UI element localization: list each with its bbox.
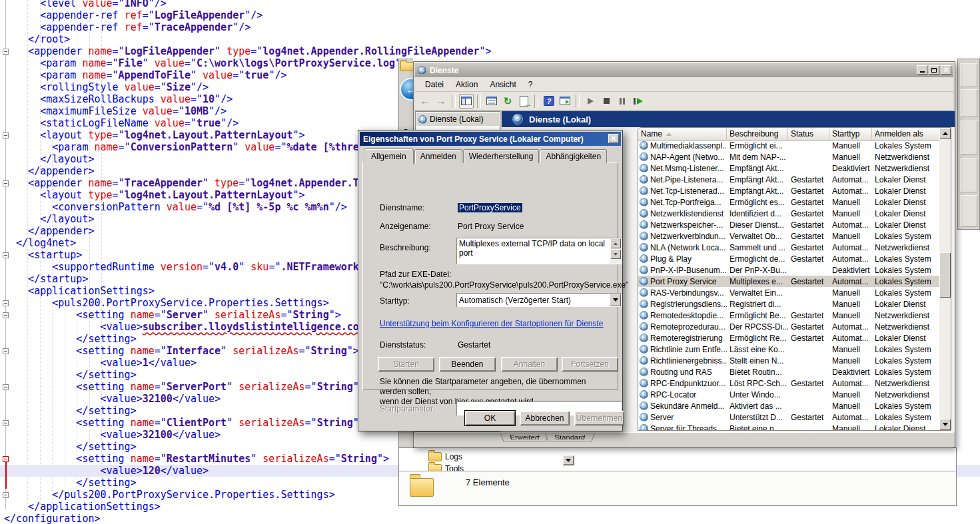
fortsetzen-button[interactable]: Fortsetzen xyxy=(562,357,618,372)
explorer-file-item[interactable]: Logs xyxy=(428,452,462,461)
service-row[interactable]: Server für Threads...Bietet eine n...Man… xyxy=(638,423,939,431)
dienstname-value[interactable]: PortProxyService xyxy=(458,203,522,212)
fold-toggle-icon-changed[interactable]: − xyxy=(3,456,9,462)
fold-toggle-icon[interactable]: − xyxy=(3,312,9,318)
back-navigation-button[interactable] xyxy=(400,78,413,101)
service-row[interactable]: Netzwerkverbindun...Verwaltet Ob...Gesta… xyxy=(638,230,939,242)
help-icon[interactable] xyxy=(542,94,556,109)
fold-toggle-icon[interactable]: − xyxy=(3,492,9,498)
service-row[interactable]: Registrierungsdiens...Registriert di...M… xyxy=(638,298,939,310)
tree-item-dienste-lokal[interactable]: Dienste (Lokal) xyxy=(416,113,499,126)
uebernehmen-button[interactable]: Übernehmen xyxy=(574,411,624,425)
scroll-down-button[interactable] xyxy=(939,419,951,430)
beschreibung-textbox[interactable]: Multiplexes external TCP/IP data on loca… xyxy=(456,238,622,264)
restart-icon[interactable] xyxy=(631,94,646,109)
anhalten-button[interactable]: Anhalten xyxy=(501,357,558,372)
service-row[interactable]: NetzwerklistendienstIdentifiziert d...Ge… xyxy=(638,208,939,219)
menu-item-?[interactable]: ? xyxy=(522,80,539,89)
fold-toggle-icon[interactable]: − xyxy=(3,180,9,186)
service-row[interactable]: Net.Tcp-Portfreiga...Ermöglicht es...Ges… xyxy=(638,196,939,208)
play-icon[interactable] xyxy=(583,94,598,109)
fold-toggle-icon[interactable]: − xyxy=(3,300,9,306)
dialog-close-button[interactable] xyxy=(608,134,619,143)
export-list-icon[interactable] xyxy=(516,94,531,109)
column-header-beschreibung[interactable]: Beschreibung xyxy=(727,128,788,140)
service-row[interactable]: Port Proxy ServiceMultiplexes e...Gestar… xyxy=(638,276,939,287)
services-window-titlebar[interactable]: Dienste xyxy=(415,63,953,77)
properties-icon[interactable] xyxy=(484,94,499,109)
fold-toggle-icon[interactable]: − xyxy=(3,420,9,426)
service-name: Sekundäre Anmeld... xyxy=(650,401,724,411)
starttyp-dropdown[interactable]: Automatisch (Verzögerter Start) xyxy=(456,293,622,307)
fold-toggle-icon[interactable]: − xyxy=(3,384,9,390)
show-tree-icon[interactable] xyxy=(459,94,474,109)
service-row[interactable]: Richtlinienergebniss...Stellt einen N...… xyxy=(638,355,939,366)
textbox-scrollbar[interactable] xyxy=(610,238,621,264)
code-line[interactable]: </configuration> xyxy=(0,513,980,524)
stop-icon[interactable] xyxy=(599,94,614,109)
scroll-up-button[interactable] xyxy=(939,128,951,139)
service-row[interactable]: Net.Tcp-Listenerad...Empfängt Akt...Gest… xyxy=(638,185,939,196)
service-row[interactable]: Plug & PlayErmöglicht de...GestartetAuto… xyxy=(638,253,939,264)
service-row[interactable]: PnP-X-IP-Busenum...Der PnP-X-Bu...Deakti… xyxy=(638,264,939,276)
ok-button[interactable]: OK xyxy=(465,411,515,425)
service-row[interactable]: Routing und RASBietet Routin...Deaktivie… xyxy=(638,366,939,378)
menu-item-datei[interactable]: Datei xyxy=(419,80,450,89)
column-header-status[interactable]: Status xyxy=(788,128,829,140)
service-row[interactable]: RAS-Verbindungsv...Verwaltet Ein...Manue… xyxy=(638,287,939,298)
pause-icon[interactable] xyxy=(615,94,630,109)
maximize-button[interactable] xyxy=(929,65,939,75)
back-icon[interactable] xyxy=(418,94,432,109)
menu-item-ansicht[interactable]: Ansicht xyxy=(484,80,522,89)
service-row[interactable]: Net.Pipe-Listenera...Empfängt Akt...Gest… xyxy=(638,174,939,185)
close-button[interactable] xyxy=(941,65,951,75)
fold-toggle-icon[interactable]: − xyxy=(3,132,9,138)
service-row[interactable]: Richtlinie zum Entfe...Lässt eine Ko...M… xyxy=(638,344,939,355)
starten-button[interactable]: Starten xyxy=(378,357,434,372)
scrollbar-thumb[interactable] xyxy=(939,252,951,298)
refresh-icon[interactable] xyxy=(500,94,515,109)
code-line[interactable]: <appender-ref ref="LogFileAppender"/> xyxy=(0,9,980,21)
service-row[interactable]: NLA (Network Loca...Sammelt und ...Gesta… xyxy=(638,242,939,253)
dialog-tab-abhngigkeiten[interactable]: Abhängigkeiten xyxy=(540,149,607,163)
service-row[interactable]: RPC-Endpunktzuor...Löst RPC-Sch...Gestar… xyxy=(638,378,939,389)
column-header-anmeldenals[interactable]: Anmelden als xyxy=(872,128,945,140)
service-row[interactable]: Sekundäre Anmeld...Aktiviert das ...Manu… xyxy=(638,400,939,411)
scroll-down-button[interactable] xyxy=(610,249,621,259)
code-line[interactable]: <appender name="LogFileAppender" type="l… xyxy=(0,45,980,57)
service-row[interactable]: RPC-LocatorUnter Windo...ManuellNetzwerk… xyxy=(638,389,939,400)
code-line[interactable]: <appender-ref ref="TraceAppender"/> xyxy=(0,21,980,33)
extended-view-icon[interactable] xyxy=(558,94,572,109)
forward-icon[interactable] xyxy=(434,94,448,109)
service-row[interactable]: NAP-Agent (Netwo...Mit dem NAP-...Manuel… xyxy=(638,151,939,162)
fold-toggle-icon[interactable]: − xyxy=(3,49,9,55)
menu-item-aktion[interactable]: Aktion xyxy=(450,80,484,89)
code-line[interactable]: <level value="INFO"/> xyxy=(0,0,980,9)
dialog-titlebar[interactable]: Eigenschaften von Port Proxy Service (Lo… xyxy=(360,132,621,146)
service-row[interactable]: Remoteprozedurau...Der RPCSS-Di...Gestar… xyxy=(638,321,939,332)
service-row[interactable]: ServerUnterstützt D...GestartetAutomat..… xyxy=(638,411,939,423)
vertical-scrollbar[interactable] xyxy=(939,128,951,430)
dialog-tab-allgemein[interactable]: Allgemein xyxy=(364,148,414,164)
fold-toggle-icon[interactable]: − xyxy=(3,252,9,258)
service-row[interactable]: Net.Msmq-Listener...Empfängt Akt...Deakt… xyxy=(638,162,939,174)
dropdown-arrow-button[interactable] xyxy=(562,455,574,465)
column-header-starttyp[interactable]: Starttyp xyxy=(829,128,872,140)
view-tab-standard[interactable]: Standard xyxy=(545,433,595,442)
view-tab-erweitert[interactable]: Erweitert xyxy=(500,433,549,442)
beenden-button[interactable]: Beenden xyxy=(439,357,496,372)
dialog-tab-wiederherstellung[interactable]: Wiederherstellung xyxy=(463,149,540,163)
fold-toggle-icon[interactable]: − xyxy=(3,348,9,354)
scroll-up-button[interactable] xyxy=(610,238,621,248)
abbrechen-button[interactable]: Abbrechen xyxy=(520,411,570,425)
service-row[interactable]: Multimediaklassenpl...Ermöglicht ei...Ma… xyxy=(638,140,939,151)
column-header-name[interactable]: Name xyxy=(638,128,727,140)
minimize-button[interactable] xyxy=(917,65,927,75)
dialog-tab-anmelden[interactable]: Anmelden xyxy=(414,149,462,163)
startoptions-help-link[interactable]: Unterstützung beim Konfigurieren der Sta… xyxy=(380,319,604,328)
service-row[interactable]: RemoteregistrierungErmöglicht Re...Gesta… xyxy=(638,332,939,344)
code-line[interactable]: </root> xyxy=(0,33,980,45)
service-row[interactable]: Netzwerkspeicher-...Dieser Dienst...Gest… xyxy=(638,219,939,230)
service-row[interactable]: Remotedesktopdie...Ermöglicht Be...Gesta… xyxy=(638,310,939,321)
dropdown-button[interactable] xyxy=(610,294,621,306)
